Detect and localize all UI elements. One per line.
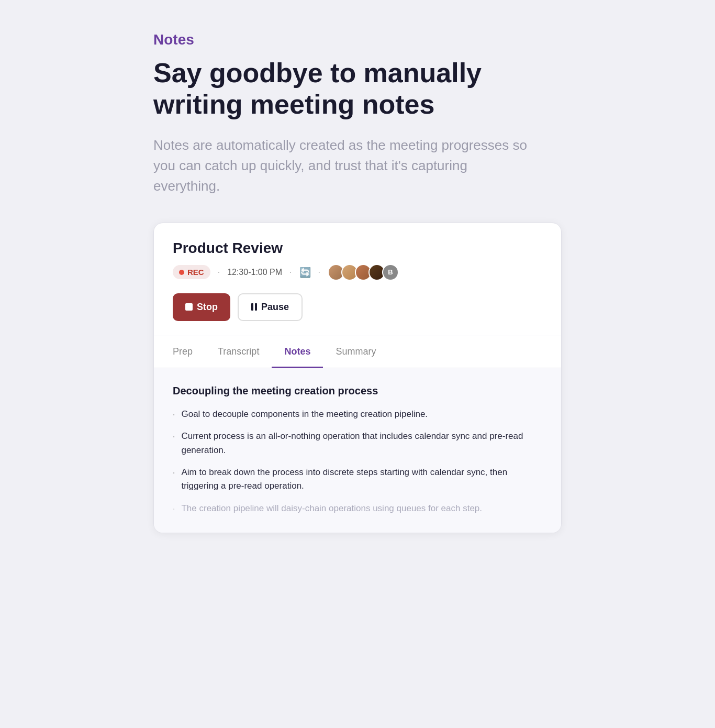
page-container: Notes Say goodbye to manually writing me… xyxy=(153,31,562,533)
stop-icon xyxy=(185,303,193,311)
bullet-icon: · xyxy=(173,503,175,516)
hero-title: Say goodbye to manually writing meeting … xyxy=(153,58,562,120)
tab-summary[interactable]: Summary xyxy=(323,337,388,368)
bullet-icon: · xyxy=(173,467,175,480)
meeting-meta: REC · 12:30-1:00 PM · 🔄 · xyxy=(173,264,542,281)
sync-icon: 🔄 xyxy=(299,267,311,278)
pause-button[interactable]: Pause xyxy=(238,293,303,321)
bullet-icon: · xyxy=(173,431,175,444)
note-text-2: Current process is an all-or-nothing ope… xyxy=(181,429,542,457)
stop-label: Stop xyxy=(197,302,218,313)
notes-section-title: Decoupling the meeting creation process xyxy=(173,385,542,397)
avatars-group: B xyxy=(328,264,399,281)
pause-label: Pause xyxy=(261,302,289,313)
card-header: Product Review REC · 12:30-1:00 PM · 🔄 · xyxy=(154,223,561,321)
list-item: · Goal to decouple components in the mee… xyxy=(173,407,542,422)
meta-separator-1: · xyxy=(218,268,220,277)
note-text-3: Aim to break down the process into discr… xyxy=(181,466,542,493)
note-text-4: The creation pipeline will daisy-chain o… xyxy=(181,502,482,515)
note-text-1: Goal to decouple components in the meeti… xyxy=(181,407,428,421)
rec-label: REC xyxy=(187,268,204,277)
meeting-time: 12:30-1:00 PM xyxy=(227,268,282,277)
card-actions: Stop Pause xyxy=(173,293,542,321)
rec-badge: REC xyxy=(173,265,210,279)
card-tabs: Prep Transcript Notes Summary xyxy=(154,336,561,368)
list-item: · The creation pipeline will daisy-chain… xyxy=(173,502,542,516)
list-item: · Aim to break down the process into dis… xyxy=(173,466,542,493)
list-item: · Current process is an all-or-nothing o… xyxy=(173,429,542,457)
tab-notes[interactable]: Notes xyxy=(272,337,323,368)
meeting-title: Product Review xyxy=(173,240,542,257)
meeting-card: Product Review REC · 12:30-1:00 PM · 🔄 · xyxy=(153,223,562,533)
pause-icon xyxy=(251,303,257,311)
bullet-icon: · xyxy=(173,409,175,422)
notes-list: · Goal to decouple components in the mee… xyxy=(173,407,542,516)
section-label: Notes xyxy=(153,31,562,48)
meta-separator-2: · xyxy=(289,268,292,277)
avatar-5: B xyxy=(382,264,399,281)
stop-button[interactable]: Stop xyxy=(173,293,230,321)
rec-dot-icon xyxy=(179,270,184,275)
meta-separator-3: · xyxy=(318,268,320,277)
card-content: Decoupling the meeting creation process … xyxy=(154,368,561,533)
tab-transcript[interactable]: Transcript xyxy=(205,337,272,368)
hero-description: Notes are automatically created as the m… xyxy=(153,135,530,196)
tab-prep[interactable]: Prep xyxy=(173,337,205,368)
